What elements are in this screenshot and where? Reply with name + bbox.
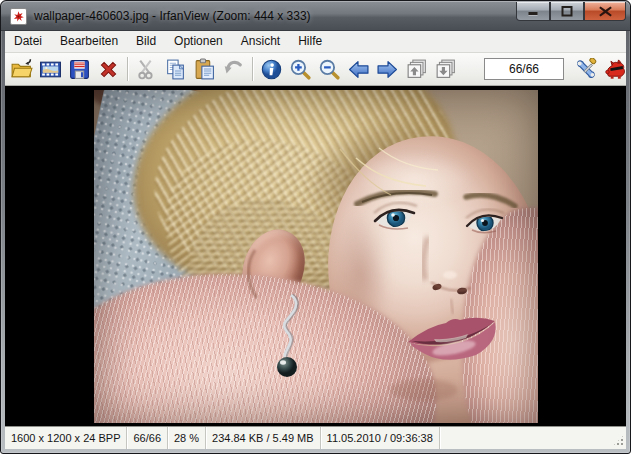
menu-bar: Datei Bearbeiten Bild Optionen Ansicht H… xyxy=(5,31,626,53)
info-circle-icon xyxy=(260,58,283,81)
zoom-in-button[interactable] xyxy=(286,55,315,83)
undo-button[interactable] xyxy=(219,55,248,83)
photo-vignette xyxy=(94,90,538,423)
maximize-button[interactable] xyxy=(550,2,584,21)
close-button[interactable] xyxy=(584,2,626,21)
minimize-icon xyxy=(527,6,539,16)
menu-datei[interactable]: Datei xyxy=(5,31,51,52)
save-button[interactable] xyxy=(65,55,94,83)
folder-open-icon xyxy=(10,58,33,81)
previous-image-button[interactable] xyxy=(344,55,373,83)
scissors-icon xyxy=(135,58,158,81)
title-bar[interactable]: wallpaper-460603.jpg - IrfanView (Zoom: … xyxy=(1,1,630,31)
last-page-button[interactable] xyxy=(431,55,460,83)
window-controls xyxy=(516,2,626,21)
irfanview-window: wallpaper-460603.jpg - IrfanView (Zoom: … xyxy=(0,0,631,454)
toolbar xyxy=(5,53,626,86)
red-x-icon xyxy=(97,58,120,81)
irfanview-red-splat-icon xyxy=(10,8,27,25)
delete-button[interactable] xyxy=(94,55,123,83)
red-devil-icon xyxy=(604,58,627,81)
resize-grip[interactable] xyxy=(612,434,625,447)
filmstrip-icon xyxy=(39,58,62,81)
image-canvas[interactable] xyxy=(94,90,538,423)
clipboard-paste-icon xyxy=(193,58,216,81)
image-viewport[interactable] xyxy=(5,86,626,426)
menu-ansicht[interactable]: Ansicht xyxy=(232,31,289,52)
wrench-screwdriver-icon xyxy=(575,58,598,81)
toolbar-separator xyxy=(248,57,257,81)
status-filler xyxy=(440,427,626,449)
magnifier-minus-icon xyxy=(318,58,341,81)
copy-button[interactable] xyxy=(161,55,190,83)
pages-up-icon xyxy=(405,58,428,81)
status-image-dimensions: 1600 x 1200 x 24 BPP xyxy=(5,427,127,449)
first-page-button[interactable] xyxy=(402,55,431,83)
undo-arrow-icon xyxy=(222,58,245,81)
status-file-date: 11.05.2010 / 09:36:38 xyxy=(321,427,440,449)
paste-button[interactable] xyxy=(190,55,219,83)
pages-down-icon xyxy=(434,58,457,81)
status-bar: 1600 x 1200 x 24 BPP 66/66 28 % 234.84 K… xyxy=(5,426,626,449)
status-file-size: 234.84 KB / 5.49 MB xyxy=(206,427,321,449)
image-info-button[interactable] xyxy=(257,55,286,83)
status-zoom-percent: 28 % xyxy=(168,427,206,449)
arrow-right-icon xyxy=(376,58,399,81)
toolbar-separator xyxy=(123,57,132,81)
floppy-disk-icon xyxy=(68,58,91,81)
open-button[interactable] xyxy=(7,55,36,83)
menu-bearbeiten[interactable]: Bearbeiten xyxy=(51,31,127,52)
cut-button[interactable] xyxy=(132,55,161,83)
magnifier-plus-icon xyxy=(289,58,312,81)
slideshow-button[interactable] xyxy=(36,55,65,83)
copy-documents-icon xyxy=(164,58,187,81)
irfanview-mascot-button[interactable] xyxy=(601,55,630,83)
menu-optionen[interactable]: Optionen xyxy=(165,31,232,52)
menu-hilfe[interactable]: Hilfe xyxy=(289,31,331,52)
close-x-icon xyxy=(599,6,612,17)
menu-bild[interactable]: Bild xyxy=(127,31,165,52)
minimize-button[interactable] xyxy=(516,2,550,21)
properties-button[interactable] xyxy=(572,55,601,83)
arrow-left-icon xyxy=(347,58,370,81)
maximize-icon xyxy=(561,6,573,17)
zoom-out-button[interactable] xyxy=(315,55,344,83)
window-title: wallpaper-460603.jpg - IrfanView (Zoom: … xyxy=(34,9,311,23)
status-file-index: 66/66 xyxy=(127,427,168,449)
page-counter-input[interactable] xyxy=(484,58,564,80)
next-image-button[interactable] xyxy=(373,55,402,83)
